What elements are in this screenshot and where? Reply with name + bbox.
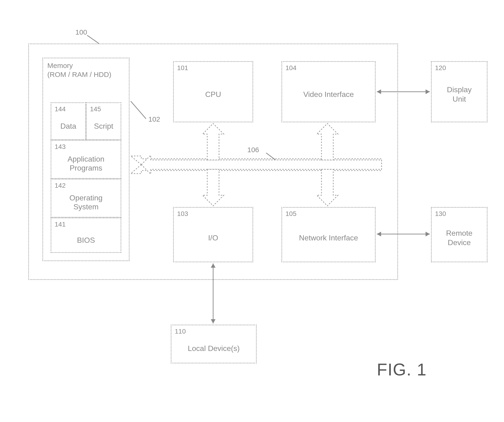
ref-100: 100	[75, 28, 87, 36]
label-apps2: Programs	[51, 164, 120, 172]
memory-title2: (ROM / RAM / HDD)	[47, 70, 111, 79]
memory-title1: Memory	[47, 62, 73, 70]
io-box: 103 I/O	[173, 207, 253, 262]
label-apps1: Application	[51, 155, 120, 164]
memory-data-box: 144 Data	[51, 102, 86, 140]
ref-130: 130	[435, 210, 446, 217]
label-video: Video Interface	[282, 90, 375, 99]
ref-120: 120	[435, 64, 446, 72]
memory-script-box: 145 Script	[86, 102, 121, 140]
label-os2: System	[51, 203, 120, 211]
ref-143: 143	[55, 143, 66, 151]
ref-106: 106	[247, 146, 259, 154]
svg-marker-5	[426, 89, 430, 94]
ref-110: 110	[175, 328, 186, 335]
label-cpu: CPU	[174, 90, 252, 99]
cpu-box: 101 CPU	[173, 61, 253, 122]
display-unit-box: 120 Display Unit	[431, 61, 487, 122]
label-bios: BIOS	[51, 236, 120, 245]
svg-marker-9	[211, 319, 216, 323]
memory-bios-box: 141 BIOS	[51, 217, 121, 253]
label-display1: Display	[432, 85, 487, 94]
svg-line-2	[87, 35, 99, 43]
label-remote2: Device	[432, 238, 487, 247]
svg-marker-7	[426, 232, 430, 236]
ref-105: 105	[285, 210, 296, 217]
video-box: 104 Video Interface	[282, 61, 376, 122]
diagram-canvas: 100 Memory (ROM / RAM / HDD) 102 144 Dat…	[0, 0, 504, 422]
ref-141: 141	[55, 221, 66, 228]
label-network: Network Interface	[282, 234, 375, 242]
ref-145: 145	[90, 106, 101, 113]
memory-apps-box: 143 Application Programs	[51, 140, 121, 179]
ref-103: 103	[177, 210, 188, 217]
label-os1: Operating	[51, 193, 120, 202]
ref-102: 102	[148, 115, 160, 123]
ref-101: 101	[177, 64, 188, 72]
label-script: Script	[87, 122, 120, 130]
ref-142: 142	[55, 182, 66, 189]
memory-os-box: 142 Operating System	[51, 179, 121, 217]
label-remote1: Remote	[432, 229, 487, 238]
remote-device-box: 130 Remote Device	[431, 207, 487, 262]
figure-caption: FIG. 1	[377, 360, 427, 379]
label-local-devices: Local Device(s)	[171, 344, 256, 353]
ref-144: 144	[55, 106, 66, 113]
ref-104: 104	[285, 64, 296, 72]
local-devices-box: 110 Local Device(s)	[171, 325, 257, 363]
label-data: Data	[51, 122, 85, 130]
network-box: 105 Network Interface	[282, 207, 376, 262]
label-display2: Unit	[432, 95, 487, 104]
label-io: I/O	[174, 234, 252, 242]
